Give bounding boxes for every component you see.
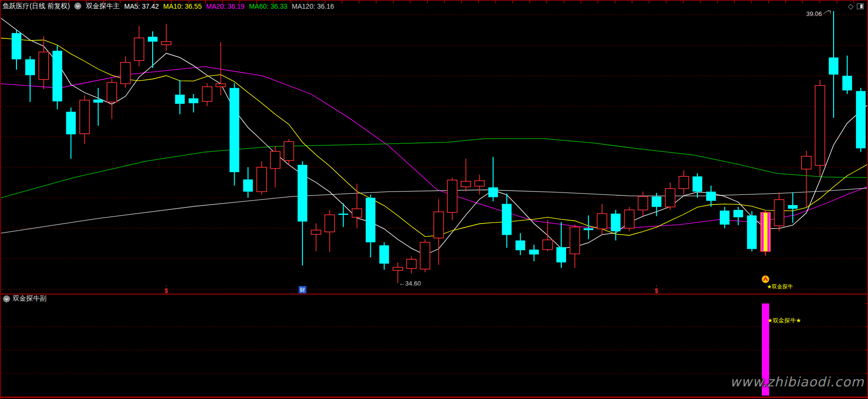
sub-panel-header: 双金探牛副: [3, 294, 47, 303]
event-markers: $财$★双金探牛: [165, 276, 793, 295]
sub-indicator-name[interactable]: 双金探牛副: [13, 294, 47, 303]
diamond-icon[interactable]: ◇: [848, 2, 853, 10]
candlestick-chart[interactable]: $财$★双金探牛39.06←34.60★双金探牛★: [1, 0, 868, 399]
money-marker: $: [655, 287, 658, 294]
ma60-readout: MA60: 36.33: [249, 2, 287, 10]
ma-line-ma60: [1, 139, 868, 198]
ma-line-ma20: [1, 66, 868, 228]
ma10-readout: MA10: 36.55: [163, 2, 202, 10]
indicator-name[interactable]: 双金探牛主: [86, 2, 120, 11]
signal-text-main: ★双金探牛: [767, 284, 793, 289]
ma120-readout: MA120: 36.16: [292, 2, 334, 10]
low-price-label: ←34.60: [399, 280, 421, 287]
bottom-border: [1, 397, 867, 398]
ma-line-ma10: [1, 38, 868, 237]
sub-gridlines: [2, 303, 868, 373]
ma5-readout: MA5: 37.42: [124, 2, 159, 10]
sub-dropdown-icon[interactable]: [3, 295, 10, 303]
app-window: 鱼跃医疗(日线 前复权) 双金探牛主 MA5: 37.42 MA10: 36.5…: [0, 0, 868, 399]
ma20-readout: MA20: 36.19: [206, 2, 244, 10]
top-bar: 鱼跃医疗(日线 前复权) 双金探牛主 MA5: 37.42 MA10: 36.5…: [2, 0, 866, 12]
sub-signal-text: ★双金探牛★: [768, 317, 802, 324]
chart-title: 鱼跃医疗(日线 前复权): [2, 2, 70, 11]
candles[interactable]: [12, 11, 866, 283]
dropdown-icon[interactable]: [74, 2, 81, 10]
report-marker: 财: [300, 287, 305, 293]
panel-layout-icon[interactable]: [857, 3, 864, 9]
money-marker: $: [165, 287, 168, 294]
watermark: www.zhibiaodi.com: [730, 374, 864, 389]
main-gridlines: [2, 15, 868, 289]
